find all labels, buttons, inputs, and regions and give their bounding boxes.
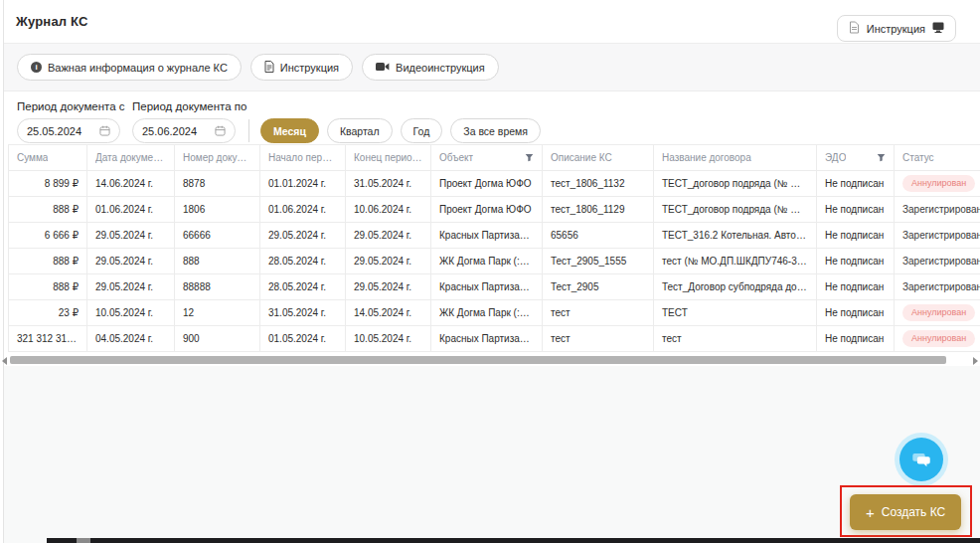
scrollbar-thumb[interactable] <box>10 356 946 364</box>
column-header-label: Конец периода <box>354 145 422 171</box>
cell-status: Зарегистрирован <box>895 223 980 249</box>
bottom-edge-bar <box>47 538 980 543</box>
filter-icon[interactable] <box>877 153 886 162</box>
column-header[interactable]: Статус <box>895 144 980 171</box>
column-header[interactable]: Конец периода <box>346 144 431 171</box>
cell-contract: ТЕСТ_договор подряда (№ МО.ДП.О… <box>654 197 817 223</box>
calendar-icon <box>215 125 226 136</box>
scroll-right-arrow-icon[interactable] <box>973 357 978 365</box>
cell-period-start: 28.05.2024 г. <box>260 249 346 274</box>
column-header[interactable]: Объект <box>431 144 543 171</box>
column-header-label: ЭДО <box>825 145 846 171</box>
cell-period-end: 10.06.2024 г. <box>346 197 431 223</box>
status-badge: Зарегистрирован <box>902 197 980 222</box>
cell-doc-number: 88888 <box>175 274 260 300</box>
cell-object: Красных Партизан 222, … <box>431 274 543 300</box>
table-row[interactable]: 888 ₽ 01.06.2024 г. 1806 01.06.2024 г. 1… <box>8 197 980 223</box>
date-to-input[interactable] <box>142 125 212 137</box>
cell-description: тест_1806_1132 <box>543 171 654 197</box>
cell-period-start: 29.05.2024 г. <box>260 223 346 249</box>
cell-edo: Не подписан <box>817 326 895 352</box>
table-row[interactable]: 23 ₽ 10.05.2024 г. 12 31.05.2024 г. 14.0… <box>8 300 980 326</box>
column-header-label: Статус <box>902 145 934 171</box>
horizontal-scrollbar[interactable] <box>0 354 980 366</box>
cell-sum: 321 312 312 ₽ <box>8 326 87 352</box>
status-badge: Зарегистрирован <box>902 274 980 299</box>
empty-area <box>4 366 980 543</box>
cell-edo: Не подписан <box>817 197 895 223</box>
cell-sum: 23 ₽ <box>8 300 87 326</box>
period-quarter-button[interactable]: Квартал <box>327 118 393 143</box>
cell-doc-date: 14.06.2024 г. <box>87 171 175 197</box>
cell-edo: Не подписан <box>817 274 895 300</box>
column-header[interactable]: Описание КС <box>543 144 654 171</box>
column-header-label: Название договора <box>662 145 751 171</box>
instruction-button[interactable]: Инструкция <box>837 15 956 42</box>
chat-button[interactable] <box>899 438 943 481</box>
cell-object: Красных Партизан 222, … <box>431 223 543 249</box>
cell-sum: 8 899 ₽ <box>8 171 87 197</box>
column-header[interactable]: ЭДО <box>817 144 895 171</box>
column-header-label: Объект <box>439 145 473 171</box>
cell-description: 65656 <box>543 223 654 249</box>
filter-row: Период документа с Период документа по М… <box>4 91 980 144</box>
cell-doc-date: 01.06.2024 г. <box>87 197 175 223</box>
cell-status: Аннулирован <box>895 300 980 326</box>
column-header[interactable]: Номер докумен… <box>175 144 260 171</box>
cell-sum: 888 ₽ <box>8 274 87 300</box>
plus-icon: + <box>866 505 875 520</box>
cell-description: тест <box>543 326 654 352</box>
document-icon <box>264 61 274 75</box>
cell-contract: тест <box>654 326 817 352</box>
cell-status: Зарегистрирован <box>895 197 980 223</box>
table-row[interactable]: 888 ₽ 29.05.2024 г. 888 28.05.2024 г. 29… <box>8 249 980 274</box>
cell-period-start: 01.05.2024 г. <box>260 326 346 352</box>
column-header[interactable]: Дата документа <box>87 144 175 171</box>
column-header[interactable]: Начало периода <box>260 144 346 171</box>
column-header-label: Начало периода <box>268 145 337 171</box>
filter-icon[interactable] <box>525 153 534 162</box>
cell-object: Проект Догма ЮФО <box>431 171 543 197</box>
cell-doc-date: 29.05.2024 г. <box>87 249 175 274</box>
bottom-edge-gap <box>77 538 90 543</box>
cell-object: Проект Догма ЮФО <box>431 197 543 223</box>
table-row[interactable]: 6 666 ₽ 29.05.2024 г. 66666 29.05.2024 г… <box>8 223 980 249</box>
filter-divider <box>248 119 249 142</box>
important-info-button[interactable]: i Важная информация о журнале КС <box>17 54 242 81</box>
cell-period-start: 01.06.2024 г. <box>260 197 346 223</box>
cell-sum: 888 ₽ <box>8 249 87 274</box>
video-icon <box>376 62 390 74</box>
cell-period-end: 10.05.2024 г. <box>346 326 431 352</box>
column-header[interactable]: Название договора <box>654 144 817 171</box>
create-ks-button[interactable]: + Создать КС <box>850 494 961 530</box>
column-header[interactable]: Сумма <box>8 144 87 171</box>
cell-period-start: 31.05.2024 г. <box>260 300 346 326</box>
table-row[interactable]: 888 ₽ 29.05.2024 г. 88888 28.05.2024 г. … <box>8 274 980 300</box>
period-month-button[interactable]: Месяц <box>260 118 319 143</box>
page-title: Журнал КС <box>16 14 88 29</box>
video-instruction-button[interactable]: Видеоинструкция <box>362 54 499 81</box>
cell-edo: Не подписан <box>817 171 895 197</box>
cell-doc-date: 04.05.2024 г. <box>87 326 175 352</box>
instruction-pill-button[interactable]: Инструкция <box>250 54 353 81</box>
info-icon: i <box>31 62 42 73</box>
period-alltime-button[interactable]: За все время <box>450 118 541 143</box>
column-header-label: Описание КС <box>551 145 612 171</box>
period-year-button[interactable]: Год <box>401 118 443 143</box>
journal-ks-page: Журнал КС Инструкция i Важная информация… <box>0 0 980 543</box>
date-to-field[interactable] <box>132 118 236 143</box>
scroll-left-arrow-icon[interactable] <box>2 357 7 365</box>
cell-contract: Тест_Договор субподряда до 500 тыс… <box>654 274 817 300</box>
cell-object: ЖК Догма Парк (:746) С… <box>431 249 543 274</box>
table-row[interactable]: 321 312 312 ₽ 04.05.2024 г. 900 01.05.20… <box>8 326 980 352</box>
cell-doc-number: 888 <box>175 249 260 274</box>
cell-status: Зарегистрирован <box>895 249 980 274</box>
cell-sum: 888 ₽ <box>8 197 87 223</box>
date-from-input[interactable] <box>27 125 96 137</box>
cell-period-start: 28.05.2024 г. <box>260 274 346 300</box>
video-instruction-label: Видеоинструкция <box>396 62 485 74</box>
table-row[interactable]: 8 899 ₽ 14.06.2024 г. 8878 01.01.2024 г.… <box>8 171 980 197</box>
cell-doc-number: 900 <box>175 326 260 352</box>
cell-description: тест_1806_1129 <box>543 197 654 223</box>
date-from-field[interactable] <box>17 118 120 143</box>
